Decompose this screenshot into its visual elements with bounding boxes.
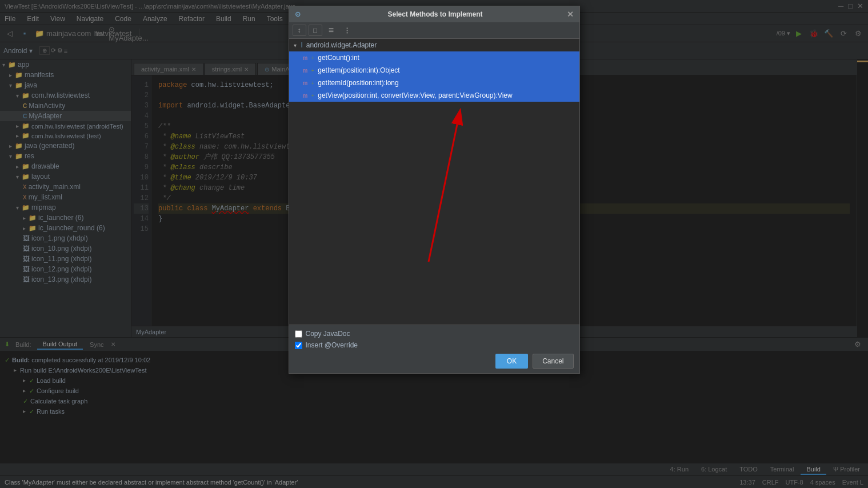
copy-javadoc-checkbox[interactable]: [295, 330, 302, 338]
modal-tree-root: I android.widget.Adapter: [289, 39, 579, 51]
getitem-label: getItem(position:int):Object: [318, 66, 399, 74]
red-arrow-svg: [377, 107, 491, 279]
modal-filter-button[interactable]: ≡: [325, 25, 338, 36]
getitemid-method-icon: m: [303, 80, 308, 86]
modal-overlay: ⊙ Select Methods to Implement ✕ ↕ □ ≡ ⁝ …: [0, 0, 868, 488]
modal-title-text: Select Methods to Implement: [387, 10, 482, 18]
getitemid-label: getItemId(position:int):long: [318, 79, 398, 87]
modal-title-icon: ⊙: [295, 10, 301, 18]
modal-method-getitem[interactable]: m + getItem(position:int):Object: [289, 64, 579, 77]
getview-method-icon: m: [303, 93, 308, 99]
getview-label: getView(position:int, convertView:View, …: [318, 91, 512, 99]
insert-override-row: Insert @Override: [295, 341, 574, 349]
select-methods-dialog: ⊙ Select Methods to Implement ✕ ↕ □ ≡ ⁝ …: [289, 6, 580, 374]
modal-button-row: OK Cancel: [295, 354, 574, 369]
copy-javadoc-row: Copy JavaDoc: [295, 330, 574, 338]
cancel-button[interactable]: Cancel: [533, 354, 573, 369]
modal-title-bar: ⊙ Select Methods to Implement ✕: [289, 6, 579, 22]
modal-arrow-area: [289, 102, 579, 285]
modal-tree-arrow: [294, 42, 297, 49]
modal-method-getitemid[interactable]: m + getItemId(position:int):long: [289, 77, 579, 89]
svg-line-1: [429, 125, 457, 262]
getitem-method-icon: m: [303, 67, 308, 74]
modal-method-list: I android.widget.Adapter m + getCount():…: [289, 39, 579, 325]
insert-override-label: Insert @Override: [306, 341, 358, 349]
modal-filter2-button[interactable]: ⁝: [341, 25, 354, 36]
copy-javadoc-label: Copy JavaDoc: [306, 330, 350, 338]
getcount-access-icon: +: [311, 55, 314, 61]
getitem-access-icon: +: [311, 67, 314, 74]
modal-close-button[interactable]: ✕: [567, 10, 574, 19]
getcount-method-icon: m: [303, 55, 308, 61]
modal-footer: Copy JavaDoc Insert @Override OK Cancel: [289, 325, 579, 373]
getitemid-access-icon: +: [311, 80, 314, 86]
modal-sort-button[interactable]: ↕: [293, 25, 306, 36]
insert-override-checkbox[interactable]: [295, 342, 302, 349]
modal-method-getcount[interactable]: m + getCount():int: [289, 51, 579, 64]
modal-toolbar: ↕ □ ≡ ⁝: [289, 22, 579, 39]
ok-button[interactable]: OK: [495, 354, 528, 369]
getview-access-icon: +: [311, 93, 314, 99]
modal-collapse-button[interactable]: □: [309, 25, 322, 36]
modal-adapter-icon: I: [301, 41, 303, 49]
getcount-label: getCount():int: [318, 54, 359, 62]
modal-method-getview[interactable]: m + getView(position:int, convertView:Vi…: [289, 89, 579, 102]
modal-tree-root-label: android.widget.Adapter: [306, 41, 377, 49]
